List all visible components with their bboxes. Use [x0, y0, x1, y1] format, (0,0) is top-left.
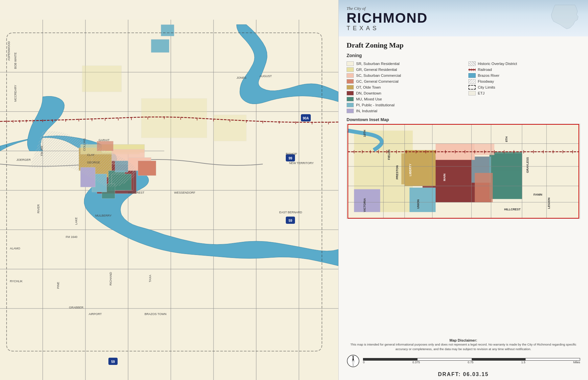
svg-text:RIVER: RIVER — [37, 204, 40, 213]
svg-rect-1 — [0, 20, 338, 380]
swatch-gc — [347, 79, 354, 84]
svg-text:FM 1640: FM 1640 — [66, 235, 78, 239]
legend-label-floodway: Floodway — [478, 79, 494, 83]
compass-scale-row: N 0 0.375 0.75 1.5 Miles — [339, 352, 588, 369]
svg-text:MULBERRY: MULBERRY — [95, 214, 112, 217]
svg-text:AUGUST: AUGUST — [260, 74, 272, 78]
map-title: Draft Zoning Map — [347, 41, 580, 50]
legend-item-floodway: Floodway — [468, 78, 580, 84]
legend-left-col: SR, Suburban Residential GR, General Res… — [347, 61, 459, 114]
legend-grid: SR, Suburban Residential GR, General Res… — [347, 61, 580, 114]
disclaimer-title: Map Disclaimer: — [347, 338, 580, 342]
compass-icon: N — [347, 354, 360, 368]
svg-text:N: N — [352, 355, 354, 358]
svg-text:FANIN: FANIN — [533, 193, 542, 196]
disclaimer-section: Map Disclaimer: This map is intended for… — [339, 336, 588, 352]
legend-item-brazos: Brazos River — [468, 73, 580, 78]
legend-item-railroad: Railroad — [468, 67, 580, 73]
svg-rect-108 — [410, 188, 436, 212]
legend-right-col: Historic Overlay District Railroad — [468, 61, 580, 114]
svg-text:VICTORIA: VICTORIA — [363, 198, 366, 212]
svg-rect-105 — [401, 153, 429, 184]
svg-text:HILLCREST: HILLCREST — [128, 191, 145, 194]
svg-rect-113 — [354, 189, 380, 212]
legend-item-sc: SC, Suburban Commercial — [347, 73, 459, 78]
legend-label-hod: Historic Overlay District — [478, 62, 517, 66]
inset-map: 10TH FIELDS PRESTON LIBERTY MAIN GRAYLES… — [347, 124, 580, 219]
legend-panel: The City of RICHMOND TEXAS Draft Zoning … — [338, 0, 588, 380]
scale-bar: 0 0.375 0.75 1.5 Miles — [363, 358, 580, 364]
svg-text:EAST BERNARD: EAST BERNARD — [279, 211, 302, 214]
svg-text:LEGION: LEGION — [547, 198, 551, 209]
swatch-gr — [347, 67, 354, 72]
disclaimer-text: This map is intended for general informa… — [347, 342, 580, 351]
svg-text:BISHOP: BISHOP — [286, 152, 297, 156]
swatch-brazos — [468, 73, 476, 78]
svg-text:NEW TERRITORY: NEW TERRITORY — [289, 161, 314, 165]
svg-text:RYCHLIK: RYCHLIK — [10, 280, 23, 283]
svg-text:59: 59 — [111, 360, 115, 364]
svg-text:BOB WHITE: BOB WHITE — [14, 52, 17, 69]
texas-shape-icon — [549, 3, 581, 30]
main-map: 90A 99 59 59 ASPENWOOD BOB WHITE AUGUST … — [0, 0, 338, 380]
legend-label-gc: GC, General Commercial — [356, 79, 398, 83]
swatch-hod — [468, 61, 476, 66]
scale-label-1: 0.375 — [413, 361, 420, 364]
legend-label-etj: ETJ — [478, 91, 485, 95]
swatch-city-limits — [468, 85, 476, 90]
svg-text:LAKE: LAKE — [75, 217, 78, 225]
svg-text:RICHAND: RICHAND — [109, 272, 112, 285]
svg-text:WESSENDORF: WESSENDORF — [174, 191, 195, 194]
swatch-dn — [347, 91, 354, 95]
svg-rect-36 — [214, 115, 246, 141]
zoning-label: Zoning — [347, 53, 580, 58]
main-container: 90A 99 59 59 ASPENWOOD BOB WHITE AUGUST … — [0, 0, 588, 380]
svg-text:CLAY: CLAY — [87, 153, 95, 157]
svg-text:ASPENWOOD: ASPENWOOD — [7, 41, 11, 61]
svg-text:LIBERTY: LIBERTY — [409, 164, 412, 176]
svg-text:ALAMO: ALAMO — [10, 247, 20, 250]
svg-rect-32 — [151, 39, 169, 53]
svg-text:PINE: PINE — [57, 282, 60, 289]
scale-label-0: 0 — [363, 361, 365, 364]
legend-item-hod: Historic Overlay District — [468, 61, 580, 67]
svg-text:UNION: UNION — [417, 199, 420, 209]
legend-item-ot: OT, Olde Town — [347, 84, 459, 90]
legend-label-in: IN, Industrial — [356, 109, 377, 113]
svg-text:GRABBER: GRABBER — [69, 306, 84, 309]
legend-label-gr: GR, General Residential — [356, 68, 397, 72]
svg-rect-33 — [161, 25, 174, 36]
svg-text:MAIN: MAIN — [443, 174, 446, 181]
legend-item-sr: SR, Suburban Residential — [347, 61, 459, 67]
map-area: 90A 99 59 59 ASPENWOOD BOB WHITE AUGUST … — [0, 0, 338, 380]
state-name: TEXAS — [347, 25, 580, 32]
svg-rect-30 — [138, 161, 156, 176]
svg-text:GRAYLESS: GRAYLESS — [526, 157, 529, 173]
svg-text:90A: 90A — [303, 116, 309, 120]
svg-text:MCCREARY: MCCREARY — [14, 85, 17, 102]
swatch-sc — [347, 73, 354, 78]
svg-text:59: 59 — [288, 219, 292, 222]
city-name: RICHMOND — [347, 11, 580, 25]
scale-label-unit: 1.5 — [521, 361, 526, 364]
legend-item-etj: ETJ — [468, 90, 580, 96]
legend-label-railroad: Railroad — [478, 68, 492, 72]
legend-label-pi: PI, Public - Institutional — [356, 103, 395, 107]
legend-label-brazos: Brazos River — [478, 74, 500, 77]
legend-label-dn: DN, Downtown — [356, 91, 381, 95]
svg-text:HILLCREST: HILLCREST — [504, 208, 521, 211]
swatch-pi — [347, 103, 354, 107]
svg-text:JONES: JONES — [237, 76, 246, 79]
svg-text:FM 359: FM 359 — [40, 146, 43, 156]
svg-text:GEORGE: GEORGE — [87, 161, 100, 164]
svg-text:AIRPORT: AIRPORT — [89, 312, 102, 316]
svg-text:COLLINS: COLLINS — [83, 138, 86, 151]
svg-text:BRAZOS TOWN: BRAZOS TOWN — [145, 312, 167, 316]
legend-item-mu: MU, Mixed Use — [347, 96, 459, 102]
inset-map-title: Downtown Inset Map — [347, 117, 580, 122]
legend-label-sr: SR, Suburban Residential — [356, 62, 399, 66]
svg-rect-107 — [491, 152, 522, 171]
svg-text:TAXA: TAXA — [148, 275, 152, 282]
svg-text:JOERGER: JOERGER — [16, 158, 31, 161]
svg-text:99: 99 — [288, 157, 292, 160]
